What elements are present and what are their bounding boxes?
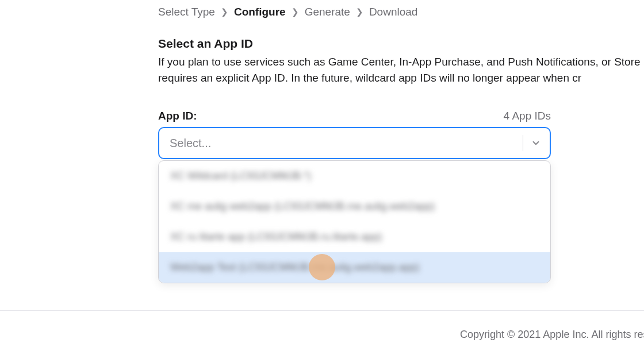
breadcrumb-step-select-type[interactable]: Select Type — [158, 6, 215, 18]
select-control[interactable]: Select... — [158, 127, 551, 159]
dropdown-option[interactable]: XC Wildcard (LC93JCMMJB.*) — [159, 161, 550, 191]
option-label: XC me aulig web2app (LC93JCMMJB.me.aulig… — [170, 201, 435, 212]
separator — [523, 135, 523, 151]
breadcrumb-step-generate[interactable]: Generate — [305, 6, 350, 18]
option-label: Web2app Test (LC93JCMMJB.me.aulig.web2ap… — [170, 261, 420, 273]
select-indicators — [523, 128, 544, 158]
select-placeholder: Select... — [170, 137, 211, 150]
section-description: If you plan to use services such as Game… — [158, 54, 644, 86]
app-id-select[interactable]: Select... XC Wildcard (LC93JCMMJB.*) XC … — [158, 127, 551, 159]
breadcrumb: Select Type ❯ Configure ❯ Generate ❯ Dow… — [158, 6, 644, 18]
option-label: XC Wildcard (LC93JCMMJB.*) — [170, 170, 311, 182]
chevron-right-icon: ❯ — [356, 7, 363, 17]
dropdown-option[interactable]: XC ru litarte app (LC93JCMMJB.ru.litarte… — [159, 222, 550, 252]
field-label-row: App ID: 4 App IDs — [158, 110, 551, 122]
footer-copyright: Copyright © 2021 Apple Inc. All rights r… — [460, 329, 644, 341]
dropdown-menu: XC Wildcard (LC93JCMMJB.*) XC me aulig w… — [158, 160, 551, 283]
option-label: XC ru litarte app (LC93JCMMJB.ru.litarte… — [170, 231, 382, 242]
chevron-right-icon: ❯ — [292, 7, 299, 17]
dropdown-option[interactable]: Web2app Test (LC93JCMMJB.me.aulig.web2ap… — [159, 252, 550, 283]
breadcrumb-step-configure[interactable]: Configure — [234, 6, 286, 18]
footer-divider — [0, 310, 644, 311]
chevron-down-icon[interactable] — [528, 135, 544, 151]
app-id-label: App ID: — [158, 110, 197, 122]
app-id-count: 4 App IDs — [504, 110, 551, 122]
chevron-right-icon: ❯ — [221, 7, 228, 17]
section-title: Select an App ID — [158, 37, 644, 51]
dropdown-option[interactable]: XC me aulig web2app (LC93JCMMJB.me.aulig… — [159, 191, 550, 222]
breadcrumb-step-download[interactable]: Download — [369, 6, 418, 18]
